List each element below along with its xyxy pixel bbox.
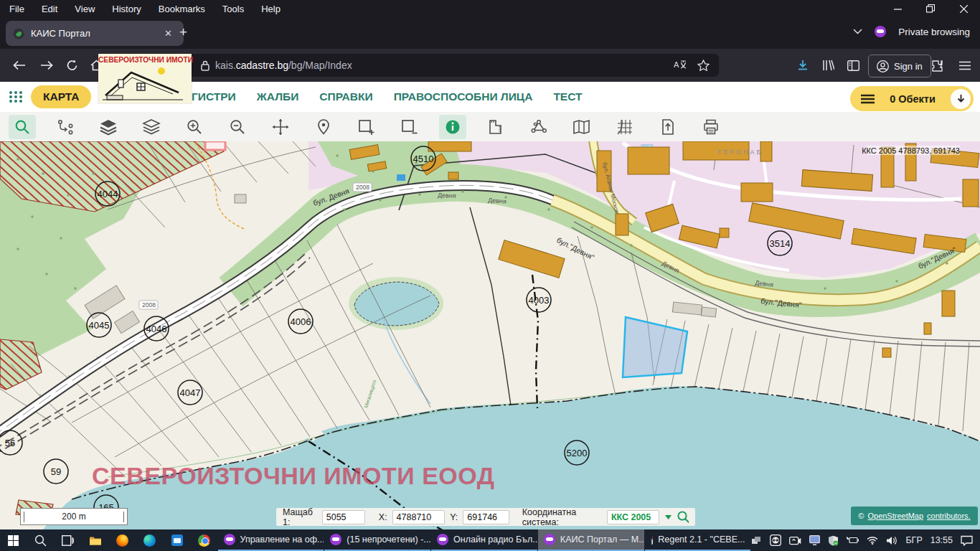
- osm-link[interactable]: OpenStreetMap: [867, 512, 923, 520]
- apps-grid-icon[interactable]: [9, 90, 23, 104]
- file-explorer-icon[interactable]: [82, 529, 109, 551]
- status-search-icon[interactable]: [677, 510, 689, 524]
- back-button[interactable]: [9, 55, 30, 76]
- volume-icon[interactable]: [886, 536, 897, 545]
- tool-measure-button[interactable]: [482, 115, 509, 139]
- crs-select[interactable]: ККС 2005: [607, 510, 660, 524]
- extensions-button[interactable]: [926, 55, 948, 76]
- language-indicator[interactable]: БГР: [905, 535, 922, 545]
- taskbar-window-1[interactable]: Управление на оф...: [218, 529, 324, 551]
- forward-icon: [40, 60, 53, 70]
- search-icon: [14, 118, 31, 136]
- library-button[interactable]: [817, 55, 839, 76]
- objects-download-button[interactable]: [951, 89, 971, 109]
- scale-input[interactable]: 5055: [322, 510, 365, 524]
- screen-record-icon[interactable]: [789, 535, 801, 545]
- tool-info-button[interactable]: [439, 115, 466, 139]
- restore-button[interactable]: [914, 0, 947, 17]
- tool-export-button[interactable]: [654, 115, 682, 139]
- taskbar-search-button[interactable]: [27, 529, 55, 551]
- list-tabs-chevron-icon[interactable]: [853, 29, 862, 34]
- display-icon[interactable]: [809, 535, 820, 545]
- firefox-icon[interactable]: [109, 529, 136, 551]
- app-menu-button[interactable]: [954, 55, 976, 76]
- lock-icon[interactable]: [201, 60, 209, 71]
- taskbar-window-2[interactable]: (15 непрочетени) -...: [324, 529, 430, 551]
- browser-menubar: File Edit View History Bookmarks Tools H…: [0, 0, 980, 17]
- map-area: бул. Девня Девня Девня бул."Девня" Девня…: [0, 141, 980, 529]
- taskbar-window-5[interactable]: Regent 2.1 - "СЕВЕ...: [645, 529, 751, 551]
- tool-select-rect-remove-button[interactable]: [396, 115, 423, 139]
- tool-select-rect-add-button[interactable]: [353, 115, 380, 139]
- pen-battery-icon[interactable]: [847, 536, 859, 545]
- map-canvas[interactable]: бул. Девня Девня Девня бул."Девня" Девня…: [0, 141, 980, 529]
- sidebar-button[interactable]: [842, 55, 864, 76]
- firefox-private-icon: [224, 534, 235, 545]
- tool-search-button[interactable]: [9, 115, 36, 139]
- puzzle-icon: [931, 60, 943, 72]
- edge-icon[interactable]: [136, 529, 164, 551]
- forward-button[interactable]: [36, 55, 57, 76]
- tool-measure-area-button[interactable]: [525, 115, 552, 139]
- remote-access-icon[interactable]: [770, 534, 781, 546]
- reload-button[interactable]: [61, 55, 83, 76]
- minimize-button[interactable]: [881, 0, 914, 17]
- tool-print-button[interactable]: [697, 115, 725, 139]
- menu-history[interactable]: History: [112, 4, 141, 14]
- translate-icon[interactable]: A: [674, 60, 687, 71]
- tool-zoom-out-button[interactable]: [224, 115, 251, 139]
- zoom-in-icon: [186, 118, 203, 136]
- taskbar-window-4-active[interactable]: КАИС Портал — M...: [538, 529, 644, 551]
- sign-in-button[interactable]: Sign in: [868, 55, 931, 77]
- url-bar[interactable]: kais.cadastre.bg/bg/Map/Index A: [108, 54, 719, 77]
- start-button[interactable]: [0, 529, 27, 551]
- tool-pan-button[interactable]: [267, 115, 294, 139]
- tab-close-icon[interactable]: ✕: [160, 27, 176, 40]
- clock[interactable]: 13:55: [930, 535, 953, 545]
- chrome-icon[interactable]: [191, 529, 218, 551]
- menu-tools[interactable]: Tools: [222, 4, 244, 14]
- regent-app-icon: [651, 534, 654, 545]
- action-center-icon[interactable]: [961, 535, 973, 546]
- taskbar-window-3[interactable]: Онлайн радио Бъл...: [431, 529, 537, 551]
- downloads-button[interactable]: [792, 55, 814, 76]
- menu-view[interactable]: View: [75, 4, 95, 14]
- tool-layers-filled-button[interactable]: [95, 115, 122, 139]
- tool-basemap-button[interactable]: [568, 115, 595, 139]
- nav-test[interactable]: ТЕСТ: [553, 90, 582, 103]
- task-view-button[interactable]: [55, 529, 82, 551]
- tab-kais-portal[interactable]: КАИС Портал ✕: [6, 21, 184, 46]
- nav-pravosposobni-litsa[interactable]: ПРАВОСПОСОБНИ ЛИЦА: [394, 90, 533, 103]
- tool-grid-button[interactable]: [611, 115, 639, 139]
- x-input[interactable]: 4788710: [392, 510, 446, 524]
- tool-layers-outline-button[interactable]: [138, 115, 165, 139]
- svg-text:ККС 2005 4788793, 691743: ККС 2005 4788793, 691743: [862, 146, 960, 155]
- menu-edit[interactable]: Edit: [42, 4, 57, 14]
- blue-app-icon[interactable]: [164, 529, 191, 551]
- nav-spravki[interactable]: СПРАВКИ: [319, 90, 372, 103]
- close-button[interactable]: [947, 0, 980, 17]
- defender-shield-icon[interactable]: [828, 535, 839, 546]
- menu-file[interactable]: File: [9, 4, 24, 14]
- tool-route-button[interactable]: [52, 115, 79, 139]
- menu-help[interactable]: Help: [261, 4, 281, 14]
- tool-zoom-in-button[interactable]: [181, 115, 208, 139]
- wifi-icon[interactable]: [867, 536, 878, 545]
- svg-text:4045: 4045: [89, 320, 110, 331]
- company-logo-overlay: СЕВЕРОИЗТОЧНИ ИМОТИ: [98, 54, 192, 103]
- nav-zhalbi[interactable]: ЖАЛБИ: [257, 90, 299, 103]
- y-input[interactable]: 691746: [463, 510, 509, 524]
- svg-text:2008: 2008: [356, 184, 369, 191]
- menu-bookmarks[interactable]: Bookmarks: [159, 4, 205, 14]
- tool-location-button[interactable]: [310, 115, 337, 139]
- svg-text:Девня: Девня: [488, 197, 507, 205]
- hidden-icons-icon[interactable]: [751, 536, 762, 545]
- objects-button[interactable]: 0 Обекти: [850, 86, 974, 111]
- new-tab-button[interactable]: +: [179, 24, 187, 40]
- bookmark-star-icon[interactable]: [697, 60, 710, 71]
- back-icon: [13, 60, 26, 70]
- osm-contributors-link[interactable]: contributors.: [927, 512, 971, 520]
- crs-dropdown-caret-icon[interactable]: [664, 514, 671, 520]
- scale-bar-ticks: [24, 512, 124, 522]
- nav-karta[interactable]: КАРТА: [31, 85, 91, 108]
